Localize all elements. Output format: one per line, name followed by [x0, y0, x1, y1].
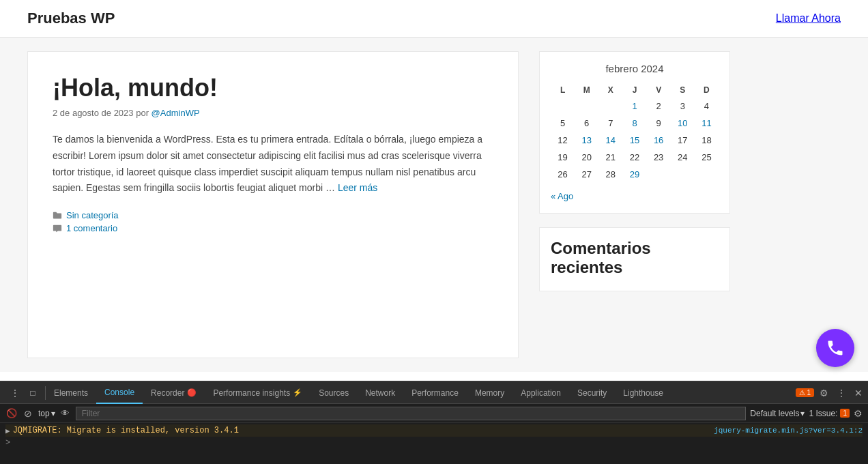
site-header: Pruebas WP Llamar Ahora [0, 0, 868, 38]
devtools-panel: ⋮ □ Elements Console Recorder 🔴 Performa… [0, 381, 868, 464]
cal-day-11[interactable]: 11 [701, 118, 711, 128]
cal-day-29[interactable]: 29 [630, 169, 639, 179]
site-main: ¡Hola, mundo! 2 de agosto de 2023 por @A… [0, 38, 868, 372]
cal-row-1: 1 2 3 4 [551, 98, 719, 115]
tab-sources[interactable]: Sources [310, 382, 357, 404]
cal-header-l: L [551, 83, 575, 98]
website-area: Pruebas WP Llamar Ahora ¡Hola, mundo! 2 … [0, 0, 868, 381]
tab-performance-insights[interactable]: Performance insights ⚡ [205, 382, 310, 404]
badge-icon: ⚠ [799, 389, 805, 396]
issue-indicator: 1 Issue: 1 [809, 409, 850, 418]
calendar-widget: febrero 2024 L M X J V S D [539, 51, 730, 214]
console-message: JQMIGRATE: Migrate is installed, version… [13, 426, 239, 435]
more-options-icon[interactable]: ⋮ [834, 388, 849, 398]
devtools-toolbar: 🚫 ⊘ top ▾ 👁 Default levels ▾ 1 Issue: 1 … [0, 404, 868, 423]
tab-network[interactable]: Network [357, 382, 403, 404]
console-line-jqmigrate: ▶ JQMIGRATE: Migrate is installed, versi… [5, 424, 863, 437]
cal-row-3: 12 13 14 15 16 17 18 [551, 132, 719, 149]
default-levels-dropdown[interactable]: Default levels ▾ [750, 409, 805, 418]
tab-lighthouse[interactable]: Lighthouse [615, 382, 671, 404]
cal-day-10[interactable]: 10 [678, 118, 687, 128]
comments-link[interactable]: 1 comentario [66, 223, 117, 233]
devtools-badge: ⚠ 1 [796, 388, 814, 397]
phone-icon [826, 338, 845, 358]
post-title: ¡Hola, mundo! [53, 74, 493, 102]
console-prompt-line: > [5, 437, 863, 449]
float-phone-button[interactable] [816, 329, 854, 367]
tab-memory[interactable]: Memory [467, 382, 512, 404]
calendar-title: febrero 2024 [551, 63, 719, 74]
category-row: Sin categoría [53, 210, 493, 220]
post-author[interactable]: @AdminWP [151, 108, 200, 118]
cal-header-d: D [695, 83, 719, 98]
read-more-link[interactable]: Leer más [338, 182, 377, 193]
category-link[interactable]: Sin categoría [66, 210, 119, 220]
close-devtools-icon[interactable]: ✕ [852, 388, 865, 398]
devtools-controls: ⋮ □ [3, 386, 46, 400]
tab-recorder[interactable]: Recorder 🔴 [143, 382, 205, 404]
cal-day-13[interactable]: 13 [581, 135, 591, 145]
prohibit-icon[interactable]: ⊘ [22, 407, 34, 420]
cal-row-2: 5 6 7 8 9 10 11 [551, 115, 719, 132]
post-meta: 2 de agosto de 2023 por @AdminWP [53, 108, 493, 118]
post-by: por [136, 108, 149, 118]
comment-icon [53, 224, 62, 233]
chevron-down-icon: ▾ [51, 409, 55, 418]
console-settings-icon[interactable]: ⚙ [854, 408, 863, 419]
cal-header-v: V [647, 83, 671, 98]
console-filter-input[interactable] [76, 407, 747, 420]
tab-security[interactable]: Security [569, 382, 615, 404]
eye-icon[interactable]: 👁 [59, 407, 72, 420]
tab-performance[interactable]: Performance [403, 382, 467, 404]
calendar-nav: « Ago [551, 190, 719, 202]
console-prompt-symbol: > [5, 438, 10, 448]
expand-arrow[interactable]: ▶ [5, 426, 10, 435]
nav-link[interactable]: Llamar Ahora [776, 12, 841, 24]
site-nav: Llamar Ahora [776, 12, 841, 25]
cal-header-x: X [598, 83, 622, 98]
calendar-table: L M X J V S D [551, 83, 719, 183]
devtools-dock-icon[interactable]: □ [26, 386, 40, 400]
perf-icon: ⚡ [293, 388, 302, 397]
sidebar: febrero 2024 L M X J V S D [539, 51, 730, 358]
comments-row: 1 comentario [53, 223, 493, 233]
cal-row-5: 26 27 28 29 [551, 166, 719, 183]
devtools-console: ▶ JQMIGRATE: Migrate is installed, versi… [0, 423, 868, 464]
main-content: ¡Hola, mundo! 2 de agosto de 2023 por @A… [27, 51, 519, 358]
post-excerpt: Te damos la bienvenida a WordPress. Esta… [53, 132, 493, 197]
settings-icon[interactable]: ⚙ [817, 388, 831, 398]
recorder-icon: 🔴 [187, 388, 197, 397]
devtools-tabs: ⋮ □ Elements Console Recorder 🔴 Performa… [0, 382, 868, 404]
cal-day-8[interactable]: 8 [632, 118, 637, 128]
cal-prev-link[interactable]: « Ago [551, 191, 573, 201]
console-source[interactable]: jquery-migrate.min.js?ver=3.4.1:2 [714, 426, 863, 435]
devtools-right-controls: ⚠ 1 ⚙ ⋮ ✕ [796, 388, 865, 398]
devtools-menu-icon[interactable]: ⋮ [8, 386, 22, 400]
cal-day-14[interactable]: 14 [606, 135, 616, 145]
cal-day-15[interactable]: 15 [630, 135, 639, 145]
clear-console-icon[interactable]: 🚫 [5, 407, 18, 420]
post-footer: Sin categoría 1 comentario [53, 210, 493, 233]
tab-application[interactable]: Application [512, 382, 569, 404]
chevron-down-icon-levels: ▾ [800, 409, 805, 418]
post-date: 2 de agosto de 2023 [53, 108, 134, 118]
cal-day-16[interactable]: 16 [654, 135, 663, 145]
issue-count-badge: 1 [840, 409, 850, 418]
cal-row-4: 19 20 21 22 23 24 25 [551, 149, 719, 166]
site-title: Pruebas WP [27, 10, 115, 27]
cal-header-m: M [575, 83, 598, 98]
comments-widget: Comentarios recientes [539, 227, 730, 291]
tab-console[interactable]: Console [96, 382, 143, 404]
comments-widget-title: Comentarios recientes [551, 239, 719, 277]
cal-header-j: J [622, 83, 646, 98]
cal-header-s: S [671, 83, 695, 98]
cal-day-1[interactable]: 1 [632, 101, 637, 111]
tab-elements[interactable]: Elements [46, 382, 96, 404]
top-context-selector[interactable]: top ▾ [38, 409, 55, 418]
folder-icon [53, 211, 62, 220]
